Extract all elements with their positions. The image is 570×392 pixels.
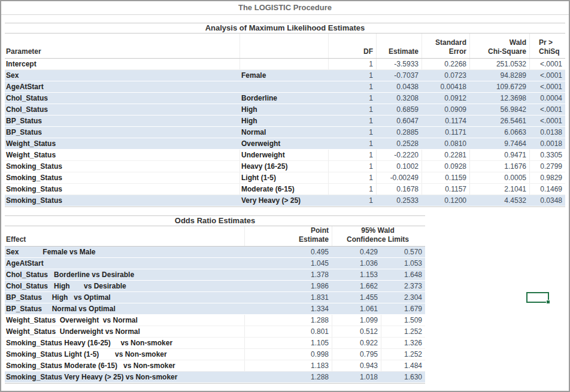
pr-chisq-cell: 0.2799: [529, 161, 565, 172]
effect-cell: Chol_Status High vs Desirable: [5, 281, 244, 291]
col-header-ci-line1: 95% Wald: [333, 226, 422, 235]
level-cell: [239, 59, 328, 69]
wald-chi-square-cell: 56.9842: [469, 104, 529, 115]
point-estimate-cell: 1.288: [244, 315, 332, 326]
level-cell: [239, 81, 328, 92]
col-header-wald-chi-square: Wald Chi-Square: [469, 34, 529, 58]
df-cell: 1: [328, 150, 376, 160]
effect-cell: BP_Status High vs Optimal: [5, 292, 244, 303]
point-estimate-cell: 1.183: [244, 360, 332, 371]
parameter-cell: Smoking_Status: [5, 184, 239, 195]
estimate-cell: 0.2528: [376, 138, 422, 149]
mle-table-row: Chol_Status High 1 0.6859 0.0909 56.9842…: [5, 104, 565, 116]
point-estimate-cell: 1.986: [244, 281, 332, 291]
wald-chi-square-cell: 12.3698: [469, 93, 529, 104]
wald-chi-square-cell: 0.0005: [469, 172, 529, 183]
wald-chi-square-cell: 0.9471: [469, 150, 529, 160]
pr-chisq-cell: <.0001: [529, 70, 565, 81]
parameter-cell: Smoking_Status: [5, 172, 239, 183]
mle-table-header: Parameter DF Estimate Standard Error Wal…: [5, 34, 565, 59]
effect-cell: Smoking_Status Light (1-5) vs Non-smoker: [5, 349, 244, 360]
point-estimate-cell: 1.045: [244, 258, 332, 269]
effect-cell: BP_Status Normal vs Optimal: [5, 303, 244, 314]
parameter-cell: Chol_Status: [5, 93, 239, 104]
standard-error-cell: 0.0909: [422, 104, 469, 115]
level-cell: Underweight: [239, 150, 328, 160]
estimate-cell: 0.6047: [376, 116, 422, 126]
point-estimate-cell: 0.998: [244, 349, 332, 360]
ci-upper-cell: 0.570: [381, 247, 425, 257]
estimate-cell: -0.00249: [376, 172, 422, 183]
pr-chisq-cell: 0.0018: [529, 138, 565, 149]
df-cell: 1: [328, 59, 376, 69]
wald-chi-square-cell: 26.5461: [469, 116, 529, 126]
col-header-standard-error-line2: Error: [423, 47, 466, 56]
ci-lower-cell: 0.512: [332, 326, 381, 337]
mle-table-row: Intercept 1 -3.5933 0.2268 251.0532 <.00…: [5, 59, 565, 70]
ci-upper-cell: 2.304: [381, 292, 425, 303]
ci-lower-cell: 1.036: [332, 258, 381, 269]
estimate-cell: -3.5933: [376, 59, 422, 69]
mle-table-row: Chol_Status Borderline 1 0.3208 0.0912 1…: [5, 93, 565, 104]
col-header-df-label: DF: [330, 47, 373, 56]
ci-lower-cell: 1.061: [332, 303, 381, 314]
level-cell: Overweight: [239, 138, 328, 149]
parameter-cell: Sex: [5, 70, 239, 81]
standard-error-cell: 0.1174: [422, 116, 469, 126]
odds-table-row: BP_Status High vs Optimal 1.831 1.455 2.…: [5, 292, 425, 303]
selection-fill-handle[interactable]: [546, 300, 550, 304]
ci-upper-cell: 2.373: [381, 281, 425, 291]
ci-lower-cell: 0.922: [332, 338, 381, 348]
page-title: The LOGISTIC Procedure: [1, 1, 569, 15]
level-cell: High: [239, 116, 328, 126]
level-cell: Moderate (6-15): [239, 184, 328, 195]
col-header-wald-line2: Chi-Square: [471, 47, 526, 56]
col-header-point-estimate: Point Estimate: [244, 226, 332, 246]
df-cell: 1: [328, 93, 376, 104]
level-cell: Heavy (16-25): [239, 161, 328, 172]
wald-chi-square-cell: 2.1041: [469, 184, 529, 195]
odds-table-row: Weight_Status Underweight vs Normal 0.80…: [5, 326, 425, 338]
standard-error-cell: 0.0928: [422, 161, 469, 172]
df-cell: 1: [328, 116, 376, 126]
ci-upper-cell: 1.053: [381, 258, 425, 269]
ci-lower-cell: 1.153: [332, 269, 381, 280]
mle-table-row: Weight_Status Underweight 1 -0.2220 0.22…: [5, 150, 565, 161]
effect-cell: Smoking_Status Moderate (6-15) vs Non-sm…: [5, 360, 244, 371]
active-cell-selection[interactable]: [526, 292, 549, 303]
df-cell: 1: [328, 70, 376, 81]
odds-table-row: Weight_Status Overweight vs Normal 1.288…: [5, 315, 425, 326]
col-header-effect: Effect: [5, 226, 244, 246]
col-header-point-line2: Estimate: [246, 235, 329, 244]
col-header-pr-chisq: Pr > ChiSq: [529, 34, 565, 58]
standard-error-cell: 0.0723: [422, 70, 469, 81]
estimate-cell: 0.0438: [376, 81, 422, 92]
col-header-confidence-limits: 95% Wald Confidence Limits: [332, 226, 425, 246]
parameter-cell: BP_Status: [5, 127, 239, 138]
level-cell: Female: [239, 70, 328, 81]
df-cell: 1: [328, 127, 376, 138]
col-header-effect-label: Effect: [6, 235, 241, 244]
ci-upper-cell: 1.326: [381, 338, 425, 348]
parameter-cell: Weight_Status: [5, 138, 239, 149]
ci-lower-cell: 0.943: [332, 360, 381, 371]
odds-ratio-table: Odds Ratio Estimates Effect Point Estima…: [5, 215, 425, 384]
col-header-pr-line1: Pr >: [539, 38, 562, 47]
standard-error-cell: 0.1200: [422, 195, 469, 206]
mle-table-row: Smoking_Status Very Heavy (> 25) 1 0.253…: [5, 195, 565, 206]
df-cell: 1: [328, 81, 376, 92]
logistic-procedure-output-page: The LOGISTIC Procedure Analysis of Maxim…: [0, 0, 570, 392]
ci-upper-cell: 1.484: [381, 360, 425, 371]
level-cell: High: [239, 104, 328, 115]
point-estimate-cell: 1.831: [244, 292, 332, 303]
mle-table-row: AgeAtStart 1 0.0438 0.00418 109.6729 <.0…: [5, 81, 565, 93]
pr-chisq-cell: <.0001: [529, 104, 565, 115]
mle-table-row: BP_Status Normal 1 0.2885 0.1171 6.0663 …: [5, 127, 565, 138]
ci-upper-cell: 1.648: [381, 269, 425, 280]
ci-upper-cell: 1.252: [381, 326, 425, 337]
df-cell: 1: [328, 195, 376, 206]
mle-table-row: BP_Status High 1 0.6047 0.1174 26.5461 <…: [5, 116, 565, 127]
df-cell: 1: [328, 104, 376, 115]
level-cell: Light (1-5): [239, 172, 328, 183]
parameter-cell: Weight_Status: [5, 150, 239, 160]
